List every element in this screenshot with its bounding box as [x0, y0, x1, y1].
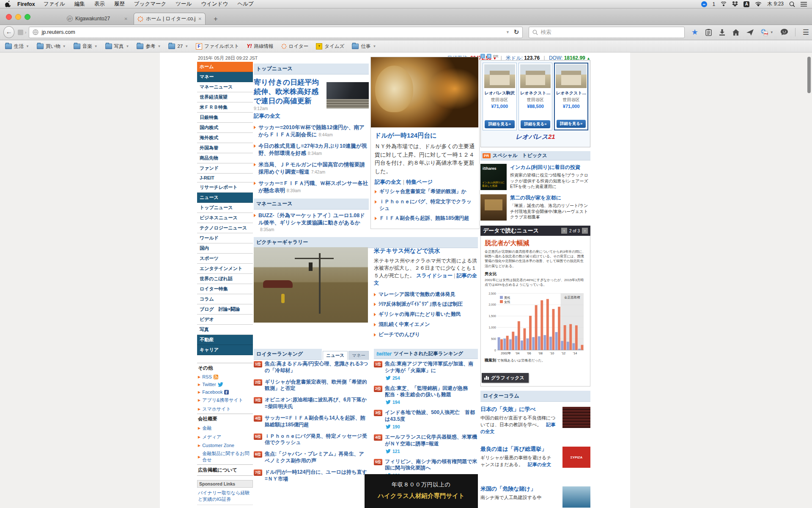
ranking-item[interactable]: 2位ギリシャが合意書策定表明、欧州側「希望的観測」と否定 [254, 379, 369, 392]
sidebar-item[interactable]: 国内 [197, 243, 253, 254]
news-bullet-item[interactable]: 今日の株式見通し=27年3カ月ぶり10連騰が視野、外部環境を好感8:34am [254, 143, 369, 157]
news-bullet-item[interactable]: ｉＰｈｏｎｅにバグ、特定文字でクラッシュ [375, 199, 475, 212]
column-item[interactable]: 米国の「危険な賭け」南シナ海で人工島建設する中 [480, 486, 590, 508]
tab-gro-icon[interactable] [18, 30, 23, 35]
sidebar-item[interactable]: J-REIT [197, 174, 253, 182]
sidebar-item[interactable]: 米ＦＲＢ特集 [197, 102, 253, 113]
ranking-item[interactable]: 6位焦点:「ジャパン・プレミアム」再発生、アベノミクス副作用の声 [254, 451, 369, 464]
app-menu-firefox[interactable]: Firefox [17, 1, 35, 7]
column-headline[interactable]: 日本の「失敗」に学べ [480, 406, 559, 413]
sidebar-link-金融[interactable]: ▶金融 [197, 424, 253, 433]
pdf-dropdown-icon[interactable]: ▼ [770, 30, 774, 34]
topic-item[interactable]: 第二の我が家を京都に「琳派」誕生の地、洛北のリゾート/ランチ付現地見学会開催中/… [480, 194, 590, 221]
new-tab-button[interactable]: + [211, 15, 221, 23]
sidebar-item[interactable]: トップニュース [197, 203, 253, 213]
ranking-item[interactable]: 3位オピニオン:原油相場に波乱再び、6月下落か=柴田明夫氏 [254, 397, 369, 410]
menu-item[interactable]: ツール [176, 1, 192, 7]
bookmark-仕事[interactable]: 仕事▼ [352, 43, 376, 50]
sidebar-item[interactable]: ロイター特集 [197, 284, 253, 294]
tab-reuters-home[interactable]: ホーム | ロイター.co.jp ✕ [134, 13, 206, 25]
sidebar-link-金融製品に関するお問合せ[interactable]: ▶金融製品に関するお問合せ [197, 449, 253, 464]
column-fulltext-link[interactable]: 記事の全文 [528, 462, 551, 467]
ranking-item[interactable]: 5位ｉＰｈｏｎｅにバグ発見、特定メッセージ受信でクラッシュ [254, 433, 369, 447]
ad-close-icon[interactable]: ✕ [487, 54, 491, 58]
dollar-special-link[interactable]: 特集ページ [406, 179, 433, 185]
news-bullet-item[interactable]: ビーチでのんびり [374, 331, 478, 338]
details-button[interactable]: 詳細を見る» [485, 120, 515, 128]
news-bullet-item[interactable]: ギリシャ合意書策定「希望的観測」か [375, 188, 475, 195]
topic-headline[interactable]: 第二の我が家を京都に [510, 194, 590, 202]
home-icon[interactable] [732, 29, 739, 36]
window-close-button[interactable] [6, 14, 12, 20]
column-fulltext-link[interactable]: 記事の全文 [480, 422, 556, 434]
spotlight-icon[interactable] [789, 1, 795, 7]
menu-item[interactable]: 表示 [94, 1, 105, 7]
sidebar-header-money[interactable]: マネー [197, 72, 253, 82]
data-news-headline[interactable]: 脱北者が大幅減 [485, 239, 586, 247]
sidebar-item[interactable]: マネーニュース [197, 82, 253, 92]
sidebar-item[interactable]: 世界経済展望 [197, 92, 253, 102]
sidebar-item[interactable]: ビデオ [197, 315, 253, 325]
sidebar-item[interactable]: ビジネスニュース [197, 213, 253, 223]
downloads-icon[interactable] [719, 29, 725, 36]
menu-item[interactable]: ヘルプ [237, 1, 253, 7]
url-text[interactable]: jp.reuters.com [41, 29, 75, 35]
bookmark-生活[interactable]: 生活▼ [5, 43, 29, 50]
sidebar-ads-link[interactable]: 広告掲載について [197, 464, 253, 476]
topic-headline[interactable]: インカム(利回り)に着目の投資 [510, 164, 590, 171]
menu-item[interactable]: 履歴 [114, 1, 125, 7]
details-button[interactable]: 詳細を見る» [521, 120, 551, 128]
topic-item[interactable]: iSharesインカム(利回り)に着目した投資インカム(利回り)に着目の投資投資… [480, 164, 590, 191]
tweet-ranking-item[interactable]: 1位焦点:東南アジアで海洋軍拡が加速、南シナ海が「火薬庫」に254 [374, 361, 478, 381]
pager-next-icon[interactable]: › [582, 228, 588, 234]
bookmark-路線情報[interactable]: Y!路線情報 [247, 43, 274, 50]
ranking-tab-money[interactable]: マネー [348, 351, 369, 360]
flood-photo[interactable] [254, 247, 368, 323]
ranking-item[interactable]: 4位サッカー=ＦＩＦＡ副会長ら14人を起訴、賄賂総額は185億円超 [254, 415, 369, 428]
dollar-fulltext-link[interactable]: 記事の全文 [375, 179, 401, 185]
creative-cloud-icon[interactable]: ∞ [701, 1, 707, 7]
sidebar-item[interactable]: コラム [197, 294, 253, 304]
sidebar-link-Facebook[interactable]: ▶Facebook [197, 388, 253, 396]
menu-item[interactable]: 編集 [74, 1, 85, 7]
apple-menu-icon[interactable] [5, 1, 11, 7]
adchoices-info-icon[interactable]: i [480, 54, 485, 58]
sidebar-item[interactable]: ファンド [197, 163, 253, 174]
lead-fulltext-link[interactable]: 記事の全文 [254, 113, 369, 120]
news-bullet-item[interactable]: ｼﾘｱ反体制派が｢ｲﾄﾞﾘﾌﾞ｣県をほぼ制圧 [374, 301, 478, 308]
property-ad-card[interactable]: レオパレス駒沢世田谷区¥71,000詳細を見る» [483, 63, 517, 130]
tweet-ranking-item[interactable]: 2位焦点:東芝、「監理銘柄」回避が急務 配当・株主総会の扱いも難題194 [374, 385, 478, 405]
search-bar[interactable]: 検索 [529, 27, 684, 38]
sidebar-link-スマホサイト[interactable]: ▶スマホサイト [197, 405, 253, 414]
dollar-headline[interactable]: ドルが一時124円台に [375, 132, 475, 140]
details-button[interactable]: 詳細を見る» [557, 120, 586, 128]
ranking-tab-news[interactable]: ニュース [323, 351, 348, 360]
tweet-ranking-item[interactable]: 4位エールフランスに化学兵器疑惑、米軍機がＮＹ空港に誘導=報道121 [374, 434, 478, 454]
scrollbar-thumb[interactable] [807, 57, 811, 93]
sidebar-item[interactable]: 外国為替 [197, 143, 253, 153]
sidebar-link-RSS[interactable]: ▶RSS [197, 373, 253, 381]
sidebar-item[interactable]: スポーツ [197, 254, 253, 264]
tab1-close-icon[interactable]: ✕ [124, 17, 128, 21]
notification-center-icon[interactable] [801, 2, 807, 7]
sidebar-item[interactable]: 世界のこぼれ話 [197, 274, 253, 284]
bookmark-買い物[interactable]: 買い物▼ [37, 43, 66, 50]
sidebar-item[interactable]: 国内株式 [197, 123, 253, 133]
bookmark-写真[interactable]: 写真▼ [105, 43, 129, 50]
ranking-item[interactable]: 1位焦点:高まるドル高/円安心理、意識される3つの「冷却材」 [254, 361, 369, 374]
menu-item[interactable]: ウインドウ [201, 1, 228, 7]
sidebar-link-Customer Zone[interactable]: ▶Customer Zone [197, 442, 253, 449]
sidebar-item[interactable]: ブログ 討論×闘論 [197, 304, 253, 315]
news-bullet-item[interactable]: ギリシャの海岸にたどり着いた難民 [374, 311, 478, 318]
lead-article-photo[interactable] [326, 82, 369, 108]
url-dropdown-icon[interactable]: ▼ [506, 30, 510, 34]
bookmark-27[interactable]: 27▼ [168, 44, 188, 49]
property-ad-card[interactable]: レオネクスト…世田谷区¥71,000詳細を見る» [554, 63, 588, 130]
window-zoom-button[interactable] [25, 14, 30, 20]
sidebar-item[interactable]: 写真 [197, 325, 253, 335]
bookmark-参考[interactable]: 参考▼ [137, 43, 161, 50]
chat-smiley-icon[interactable] [781, 29, 788, 36]
bookmark-タイムズ[interactable]: Tタイムズ [316, 43, 344, 50]
sidebar-item[interactable]: ワールド [197, 233, 253, 243]
sidebar-link-メディア[interactable]: ▶メディア [197, 433, 253, 442]
